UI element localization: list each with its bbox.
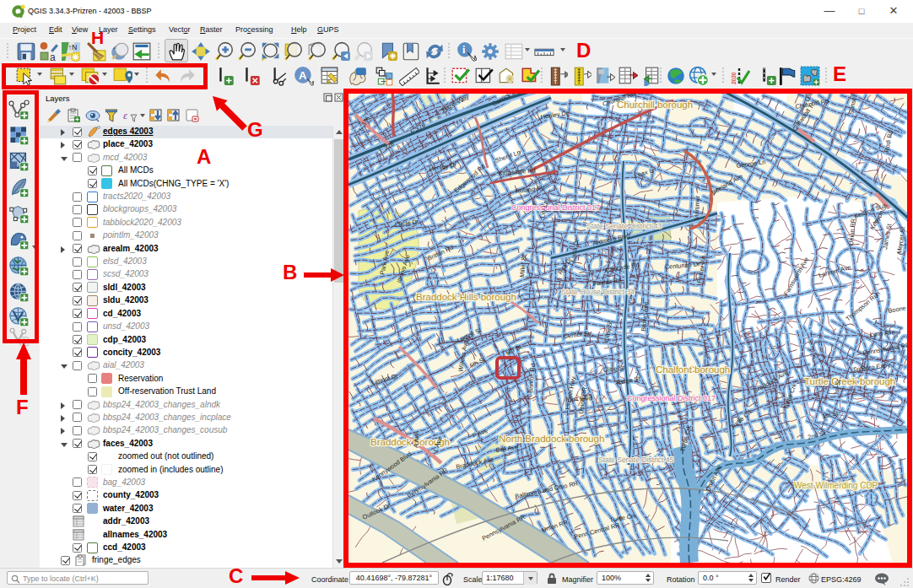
svg-text:West Wilmerding CDP: West Wilmerding CDP	[794, 481, 878, 490]
svg-text:State Senate District 43: State Senate District 43	[586, 222, 662, 230]
svg-text:North Braddock borough: North Braddock borough	[499, 434, 604, 444]
svg-text:Congressional District 017: Congressional District 017	[511, 203, 600, 212]
svg-text:Braddock Hills borough: Braddock Hills borough	[416, 292, 516, 302]
svg-text:Congressional District 017: Congressional District 017	[627, 394, 716, 402]
svg-text:Mortimer: Mortimer	[693, 195, 701, 220]
svg-text:a: a	[50, 51, 56, 62]
svg-text:Churchill borough: Churchill borough	[617, 100, 693, 110]
svg-text:↑N: ↑N	[68, 43, 78, 51]
svg-text:2020: 2020	[731, 72, 737, 84]
svg-text:A: A	[299, 69, 307, 82]
svg-text:A Ave: A Ave	[412, 432, 421, 448]
svg-text:Chalfont borough: Chalfont borough	[656, 364, 730, 375]
svg-text:Turtle Creek borough: Turtle Creek borough	[804, 376, 895, 386]
svg-text:State Senate District 45: State Senate District 45	[598, 456, 674, 464]
svg-text:State House District 34: State House District 34	[561, 288, 635, 296]
svg-text:ε: ε	[123, 109, 128, 121]
